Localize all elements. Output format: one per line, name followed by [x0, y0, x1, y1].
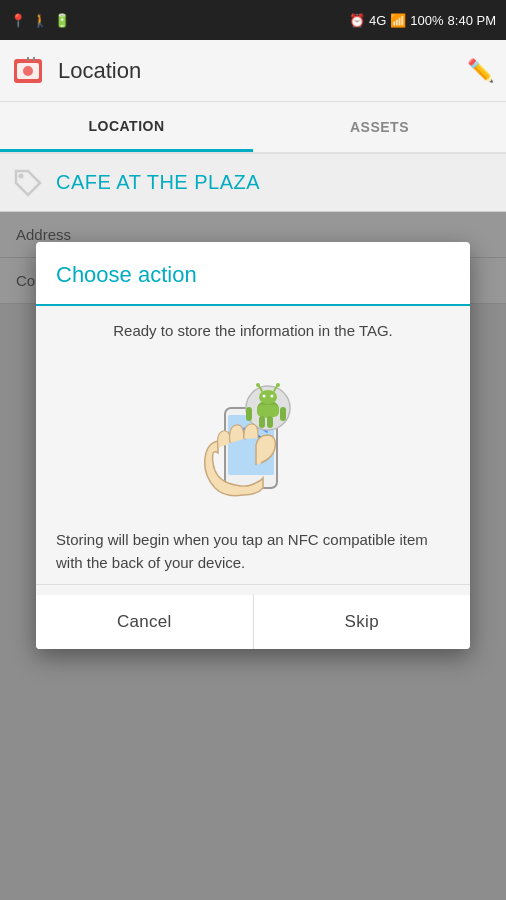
- svg-point-12: [263, 395, 266, 398]
- pin-icon: 📍: [10, 13, 26, 28]
- svg-point-2: [23, 66, 33, 76]
- edit-icon[interactable]: ✏️: [467, 58, 494, 84]
- dialog-instruction-text: Storing will begin when you tap an NFC c…: [56, 529, 450, 574]
- svg-rect-18: [246, 407, 252, 421]
- app-title: Location: [58, 58, 141, 84]
- svg-rect-19: [280, 407, 286, 421]
- app-bar: Location ✏️: [0, 40, 506, 102]
- app-logo-icon: [12, 53, 48, 89]
- tab-assets[interactable]: ASSETS: [253, 102, 506, 152]
- svg-rect-21: [267, 416, 273, 428]
- walk-icon: 🚶: [32, 13, 48, 28]
- svg-point-17: [276, 383, 280, 387]
- svg-point-16: [256, 383, 260, 387]
- nfc-hand-icon: [173, 353, 333, 513]
- location-header: CAFE AT THE PLAZA: [0, 154, 506, 212]
- dialog-body: Ready to store the information in the TA…: [36, 306, 470, 595]
- battery-icon: 🔋: [54, 13, 70, 28]
- network-icon: 4G: [369, 13, 386, 28]
- tab-location[interactable]: LOCATION: [0, 102, 253, 152]
- location-name: CAFE AT THE PLAZA: [56, 171, 260, 194]
- dialog-title-bar: Choose action: [36, 242, 470, 306]
- nfc-illustration: [56, 353, 450, 513]
- dialog-title: Choose action: [56, 262, 197, 287]
- choose-action-dialog: Choose action Ready to store the informa…: [36, 242, 470, 649]
- app-bar-left: Location: [12, 53, 141, 89]
- skip-button[interactable]: Skip: [254, 595, 471, 649]
- time-display: 8:40 PM: [448, 13, 496, 28]
- main-content: Address Contact Choose action Ready to s…: [0, 212, 506, 900]
- status-bar: 📍 🚶 🔋 ⏰ 4G 📶 100% 8:40 PM: [0, 0, 506, 40]
- cancel-button[interactable]: Cancel: [36, 595, 254, 649]
- tab-bar: LOCATION ASSETS: [0, 102, 506, 154]
- alarm-icon: ⏰: [349, 13, 365, 28]
- dialog-actions: Cancel Skip: [36, 595, 470, 649]
- svg-rect-20: [259, 416, 265, 428]
- tag-icon: [12, 167, 44, 199]
- signal-icon: 📶: [390, 13, 406, 28]
- status-left-icons: 📍 🚶 🔋: [10, 13, 70, 28]
- svg-point-5: [19, 173, 24, 178]
- dialog-ready-text: Ready to store the information in the TA…: [56, 322, 450, 339]
- dialog-divider: [36, 584, 470, 585]
- svg-point-11: [259, 390, 277, 404]
- battery-percent: 100%: [410, 13, 443, 28]
- svg-rect-10: [257, 405, 279, 417]
- svg-point-13: [271, 395, 274, 398]
- status-right-info: ⏰ 4G 📶 100% 8:40 PM: [349, 13, 496, 28]
